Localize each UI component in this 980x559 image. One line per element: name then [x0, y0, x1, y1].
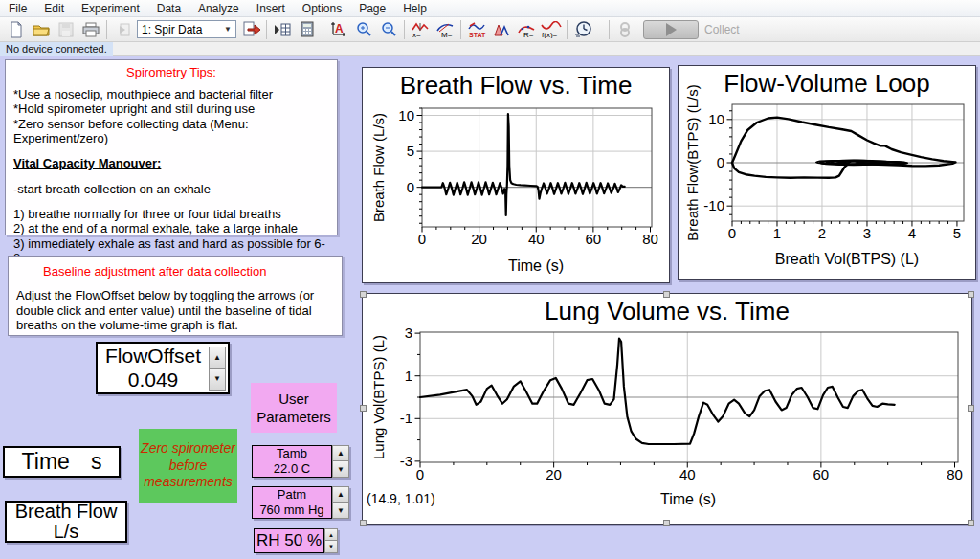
previous-page-icon[interactable]	[110, 19, 135, 40]
maneuver-heading: Vital Capacity Manouver:	[13, 156, 329, 170]
menu-file[interactable]: File	[0, 1, 35, 16]
up-arrow-icon: ▲	[337, 449, 345, 458]
baseline-heading: Baseline adjustment after data collectio…	[43, 264, 334, 279]
open-folder-icon[interactable]	[29, 19, 54, 40]
breath-flow-meter-name: Breath Flow	[15, 502, 118, 522]
selection-handle[interactable]	[360, 520, 367, 526]
examine-icon[interactable]: x=	[408, 19, 433, 40]
selection-handle[interactable]	[968, 520, 974, 526]
spirometry-tips-panel: Spirometry Tips: *Use a noseclip, mouthp…	[5, 59, 338, 235]
tips-bullets: *Use a noseclip, mouthpiece and bacteria…	[13, 87, 329, 145]
patm-face[interactable]: Patm 760 mm Hg	[252, 486, 332, 519]
menu-experiment[interactable]: Experiment	[73, 1, 148, 16]
integral-icon[interactable]	[489, 19, 514, 40]
menu-options[interactable]: Options	[294, 1, 350, 16]
toolbar-separator	[106, 20, 107, 39]
flow-offset-value[interactable]: 0.049	[98, 369, 209, 391]
lung-volume-chart-panel[interactable]: Lung Volume vs. Time Lung Vol(BTPS) (L) …	[362, 293, 972, 525]
curve-fit-icon[interactable]: R=	[514, 19, 539, 40]
spin-down-button[interactable]: ▼	[209, 369, 226, 391]
menu-bar: File Edit Experiment Data Analyze Insert…	[0, 0, 980, 17]
maneuver-step: 1) breathe normally for three or four ti…	[13, 207, 329, 221]
tips-heading: Spirometry Tips:	[13, 65, 329, 79]
lung-volume-chart-plot[interactable]: 020406080-3-113	[367, 326, 968, 489]
breath-flow-meter-unit: L/s	[54, 522, 79, 542]
flow-volume-chart-plot[interactable]: 012345-10010	[682, 97, 971, 250]
rh-control[interactable]: RH 50 % ▲ ▼	[254, 528, 338, 553]
svg-text:M=: M=	[441, 31, 453, 38]
save-icon[interactable]	[54, 19, 78, 40]
time-meter-name: Time	[22, 449, 70, 475]
zoom-in-icon[interactable]	[351, 19, 376, 40]
svg-text:0: 0	[407, 179, 414, 195]
tips-bullet: *Use a noseclip, mouthpiece and bacteria…	[13, 87, 329, 101]
menu-analyze[interactable]: Analyze	[189, 1, 248, 16]
app-window: File Edit Experiment Data Analyze Insert…	[0, 0, 980, 559]
tamb-face[interactable]: Tamb 22.0 C	[252, 445, 332, 478]
tangent-icon[interactable]: M=	[433, 19, 457, 40]
selection-handle[interactable]	[360, 291, 367, 298]
calculator-icon[interactable]	[295, 19, 320, 40]
menu-data[interactable]: Data	[148, 1, 189, 16]
new-document-icon[interactable]	[4, 19, 29, 40]
selection-handle[interactable]	[663, 520, 670, 526]
flow-offset-control[interactable]: FlowOffset 0.049 ▲ ▼	[96, 342, 230, 394]
chevron-down-icon: ▼	[224, 25, 232, 34]
model-icon[interactable]: f(x)=	[539, 19, 564, 40]
page-selector-dropdown[interactable]: 1: Spir Data ▼	[137, 20, 236, 38]
spin-up-button[interactable]: ▲	[332, 486, 349, 503]
toolbar-separator	[266, 20, 267, 39]
down-arrow-icon: ▼	[337, 506, 345, 515]
autoscale-icon[interactable]: A	[326, 19, 351, 40]
spin-up-button[interactable]: ▲	[332, 445, 349, 461]
patm-name: Patm	[278, 487, 306, 503]
svg-text:3: 3	[863, 225, 871, 241]
flow-offset-text: FlowOffset 0.049	[98, 345, 209, 391]
next-page-icon[interactable]	[238, 19, 263, 40]
svg-text:20: 20	[471, 231, 487, 247]
selection-handle[interactable]	[968, 291, 974, 298]
breath-flow-meter: Breath Flow L/s	[5, 501, 127, 543]
svg-text:0: 0	[416, 466, 424, 482]
rh-face[interactable]: RH 50 %	[254, 528, 324, 553]
connect-interface-icon[interactable]	[612, 19, 637, 40]
svg-text:80: 80	[947, 466, 963, 482]
menu-insert[interactable]: Insert	[248, 1, 294, 16]
zoom-out-icon[interactable]	[376, 19, 401, 40]
collect-button[interactable]	[643, 20, 699, 39]
down-arrow-icon: ▼	[213, 374, 221, 383]
page-selector-value: 1: Spir Data	[142, 23, 202, 36]
patm-control[interactable]: Patm 760 mm Hg ▲ ▼	[252, 486, 349, 519]
statistics-icon[interactable]: STAT	[464, 19, 489, 40]
data-table-icon[interactable]	[270, 19, 295, 40]
time-meter-unit: s	[91, 449, 102, 475]
print-icon[interactable]	[78, 19, 103, 40]
tamb-control[interactable]: Tamb 22.0 C ▲ ▼	[252, 445, 349, 478]
user-parameters-label: User Parameters	[251, 383, 337, 433]
rh-value: RH 50 %	[256, 530, 322, 550]
spin-down-button[interactable]: ▼	[332, 503, 349, 519]
spin-down-button[interactable]: ▼	[332, 461, 349, 478]
svg-text:80: 80	[642, 231, 658, 247]
breath-flow-chart-plot[interactable]: 0204060800510	[367, 99, 665, 257]
flow-offset-label: FlowOffset	[98, 345, 209, 368]
spin-down-button[interactable]: ▼	[324, 541, 338, 553]
spin-up-button[interactable]: ▲	[324, 528, 338, 541]
svg-text:4: 4	[908, 225, 916, 241]
toolbar: 1: Spir Data ▼ A x= M= ST	[0, 17, 980, 42]
svg-text:0: 0	[418, 231, 426, 247]
maneuver-start-line: -start breath collection on an exhale	[13, 182, 329, 196]
svg-text:1: 1	[773, 225, 781, 241]
selection-handle[interactable]	[968, 405, 974, 412]
selection-handle[interactable]	[360, 405, 367, 412]
menu-help[interactable]: Help	[394, 1, 435, 16]
data-collection-clock-icon[interactable]	[570, 19, 595, 40]
menu-edit[interactable]: Edit	[35, 1, 73, 16]
selection-handle[interactable]	[663, 291, 670, 298]
patm-value: 760 mm Hg	[259, 503, 323, 518]
svg-text:40: 40	[528, 231, 545, 247]
user-parameters-text: User Parameters	[251, 390, 337, 427]
svg-text:x=: x=	[412, 31, 421, 38]
spin-up-button[interactable]: ▲	[209, 347, 226, 369]
menu-page[interactable]: Page	[350, 1, 394, 16]
